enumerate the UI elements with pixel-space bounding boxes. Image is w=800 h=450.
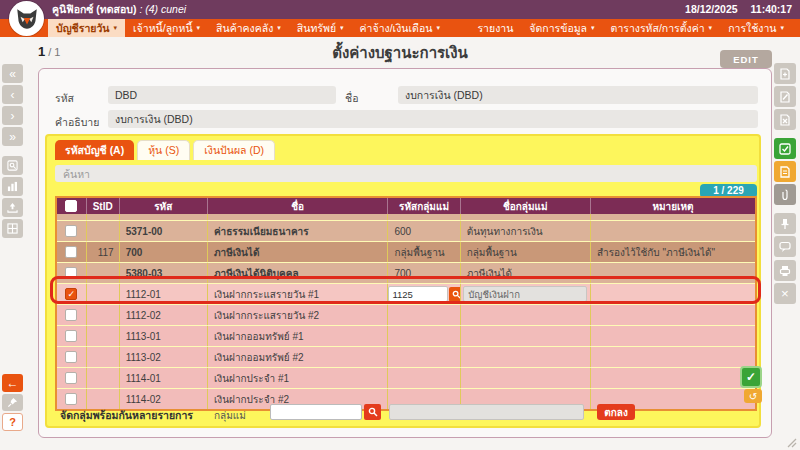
row-checkbox[interactable]: [65, 309, 77, 321]
row-checkbox[interactable]: [65, 225, 77, 237]
attachment-button[interactable]: [774, 184, 796, 205]
col-parent-name: ชื่อกลุ่มแม่: [460, 197, 590, 214]
code-field[interactable]: [108, 86, 336, 104]
bar-chart-icon: [7, 181, 18, 192]
document-add-icon: [779, 68, 791, 80]
table-row[interactable]: 1113-02 เงินฝากออมทรัพย์ #2: [56, 347, 756, 368]
chevron-down-icon: ▾: [197, 24, 201, 32]
ok-button[interactable]: ตกลง: [597, 404, 635, 420]
description-field[interactable]: [108, 110, 758, 128]
bulk-lookup-button[interactable]: [364, 404, 381, 420]
app-logo[interactable]: [9, 1, 44, 36]
tab-dividends[interactable]: เงินปันผล (D): [193, 140, 275, 160]
row-checkbox[interactable]: [65, 267, 77, 279]
undo-button[interactable]: ↺: [744, 389, 762, 403]
titlebar: คูนิฟิอกซ์ (ทดสอบ) : (4) cunei 18/12/202…: [0, 0, 800, 19]
menu-daily-journal[interactable]: บัญชีรายวัน ▾: [48, 19, 125, 37]
row-checkbox[interactable]: [65, 351, 77, 363]
col-stid: StID: [86, 197, 119, 214]
new-record-button[interactable]: [774, 63, 796, 84]
chart-button[interactable]: [2, 177, 23, 196]
row-checkbox[interactable]: [65, 330, 77, 342]
first-record-button[interactable]: «: [2, 64, 23, 83]
resize-grip-icon: [785, 436, 797, 448]
speech-bubble-icon: [779, 241, 791, 253]
confirm-button[interactable]: ✓: [740, 366, 762, 388]
comment-button[interactable]: [774, 236, 796, 257]
help-button[interactable]: ?: [2, 413, 23, 431]
table-row[interactable]: 1113-01 เงินฝากออมทรัพย์ #1: [56, 326, 756, 347]
date-label: 18/12/2025: [685, 3, 738, 15]
chevron-down-icon: ▾: [591, 24, 595, 32]
table-row-selected[interactable]: ✓ 1112-01 เงินฝากกระแสรายวัน #1: [56, 284, 756, 305]
chevron-down-icon: ▾: [709, 24, 713, 32]
name-field[interactable]: [398, 86, 758, 104]
confirm-edit-button[interactable]: [774, 138, 796, 159]
page-title: ตั้งค่างบฐานะการเงิน: [0, 41, 800, 65]
menu-payroll[interactable]: ค่าจ้าง/เงินเดือน ▾: [352, 19, 448, 37]
edit-button[interactable]: EDIT: [720, 50, 772, 68]
menu-data-management[interactable]: จัดการข้อมูล ▾: [521, 19, 602, 37]
print-button[interactable]: [774, 260, 796, 281]
edit-record-button[interactable]: [774, 86, 796, 107]
pin-button[interactable]: [2, 394, 23, 411]
lookup-button[interactable]: [449, 287, 460, 302]
menu-reports[interactable]: รายงาน: [469, 19, 521, 37]
delete-record-button[interactable]: [774, 109, 796, 130]
time-label: 11:40:17: [751, 3, 792, 15]
table-row[interactable]: 1114-01 เงินฝากประจำ #1: [56, 368, 756, 389]
name-label: ชื่อ: [345, 90, 358, 107]
parent-group-label: กลุ่มแม่: [214, 408, 246, 423]
close-button[interactable]: ×: [774, 283, 796, 304]
bookmark-button[interactable]: [774, 213, 796, 234]
tab-account-codes[interactable]: รหัสบัญชี (A): [55, 140, 134, 160]
chevron-down-icon: ▾: [277, 24, 281, 32]
resize-grip[interactable]: [785, 436, 797, 448]
search-icon: [368, 407, 378, 417]
document-edit-icon: [779, 91, 791, 103]
table-row[interactable]: 1112-02 เงินฝากกระแสรายวัน #2: [56, 305, 756, 326]
grid-icon: [7, 223, 18, 234]
search-icon: [452, 290, 460, 299]
document-delete-icon: [779, 114, 791, 126]
upload-icon: [7, 202, 18, 213]
select-all-checkbox[interactable]: [65, 200, 77, 212]
last-record-button[interactable]: »: [2, 127, 23, 146]
grid-view-button[interactable]: [2, 219, 23, 238]
row-checkbox[interactable]: [65, 246, 77, 258]
check-square-icon: [779, 143, 791, 155]
menu-inventory[interactable]: สินค้าคงคลัง ▾: [208, 19, 289, 37]
col-code: รหัส: [119, 197, 207, 214]
menubar: บัญชีรายวัน ▾ เจ้าหนี้/ลูกหนี้ ▾ สินค้าค…: [0, 19, 800, 37]
menu-payable-receivable[interactable]: เจ้าหนี้/ลูกหนี้ ▾: [125, 19, 208, 37]
table-row-group[interactable]: 117 700 ภาษีเงินได้ กลุ่มพื้นฐาน กลุ่มพื…: [56, 242, 756, 263]
menu-usage[interactable]: การใช้งาน ▾: [720, 19, 792, 37]
back-button[interactable]: ←: [2, 374, 23, 392]
prev-record-button[interactable]: ‹: [2, 85, 23, 104]
export-button[interactable]: [2, 198, 23, 217]
row-checkbox-checked[interactable]: ✓: [65, 288, 77, 300]
zoom-search-button[interactable]: [2, 156, 23, 175]
menu-code-tables-settings[interactable]: ตารางรหัส/การตั้งค่า ▾: [603, 19, 721, 37]
pin-icon: [7, 397, 18, 408]
tab-shares[interactable]: หุ้น (S): [137, 140, 190, 160]
tab-bar: รหัสบัญชี (A) หุ้น (S) เงินปันผล (D): [55, 140, 275, 160]
search-document-icon: [7, 160, 18, 171]
code-label: รหัส: [55, 90, 74, 107]
chevron-down-icon: ▾: [114, 24, 118, 32]
col-name: ชื่อ: [207, 197, 388, 214]
row-checkbox[interactable]: [65, 393, 77, 405]
app-title-session: : (4) cunei: [139, 3, 186, 15]
bulk-parent-code-input[interactable]: [270, 404, 362, 420]
table-row[interactable]: 5371-00 ค่าธรรมเนียมธนาคาร 600 ต้นทุนทาง…: [56, 221, 756, 242]
draft-document-button[interactable]: [774, 161, 796, 182]
row-checkbox[interactable]: [65, 372, 77, 384]
col-parent-code: รหัสกลุ่มแม่: [388, 197, 460, 214]
table-row[interactable]: 5380-03 ภาษีเงินได้นิติบุคคล 700 ภาษีเงิ…: [56, 263, 756, 284]
app-title-name: คูนิฟิอกซ์ (ทดสอบ): [52, 3, 136, 15]
push-pin-icon: [779, 218, 791, 230]
menu-assets[interactable]: สินทรัพย์ ▾: [289, 19, 352, 37]
parent-code-input[interactable]: [388, 286, 448, 302]
search-input[interactable]: [55, 165, 757, 182]
next-record-button[interactable]: ›: [2, 106, 23, 125]
